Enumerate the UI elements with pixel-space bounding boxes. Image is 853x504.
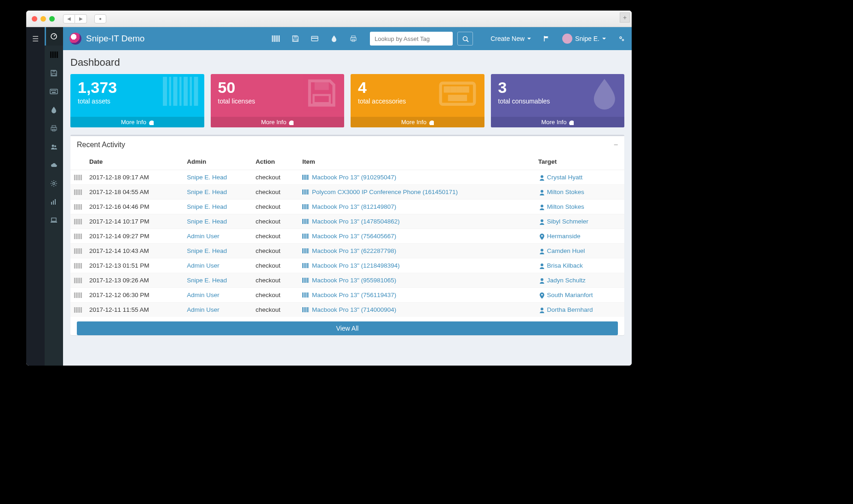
cell-item: Macbook Pro 13" (955981065) xyxy=(299,273,535,288)
new-tab-button[interactable]: + xyxy=(620,12,630,23)
user-icon xyxy=(538,189,544,195)
target-link[interactable]: Brisa Kilback xyxy=(547,262,583,269)
admin-link[interactable]: Snipe E. Head xyxy=(187,247,227,254)
target-link[interactable]: Camden Huel xyxy=(547,247,585,254)
floppy-icon xyxy=(305,77,340,111)
sidebar-item-people[interactable] xyxy=(45,137,63,156)
cell-item: Macbook Pro 13" (812149807) xyxy=(299,200,535,214)
topbar-alerts-icon[interactable] xyxy=(543,35,550,42)
barcode-icon xyxy=(302,307,309,312)
table-row: 2017-12-11 11:55 AMAdmin UsercheckoutMac… xyxy=(70,303,624,317)
row-type-icon xyxy=(70,273,86,288)
admin-link[interactable]: Snipe E. Head xyxy=(187,277,227,284)
stat-box-assets[interactable]: 1,373 total assets More Info xyxy=(70,74,204,127)
item-link[interactable]: Macbook Pro 13" (622287798) xyxy=(312,247,396,254)
cell-target: Jadyn Schultz xyxy=(535,273,624,288)
sidebar-item-dashboard[interactable] xyxy=(45,27,63,46)
sidebar-item-assets[interactable] xyxy=(45,46,63,64)
item-link[interactable]: Macbook Pro 13" (812149807) xyxy=(312,203,396,210)
minimize-window-button[interactable] xyxy=(40,16,46,22)
topbar-components-icon[interactable] xyxy=(350,35,357,42)
target-link[interactable]: Jadyn Schultz xyxy=(547,277,586,284)
location-icon xyxy=(538,233,544,240)
target-link[interactable]: Crystal Hyatt xyxy=(547,174,582,181)
topbar-licenses-icon[interactable] xyxy=(292,35,299,42)
sidebar-item-requestable[interactable] xyxy=(45,211,63,229)
browser-back-button[interactable]: ◀ xyxy=(63,14,75,23)
topbar-assets-icon[interactable] xyxy=(272,35,280,42)
topbar-accessories-icon[interactable] xyxy=(311,35,318,42)
target-link[interactable]: Sibyl Schmeler xyxy=(547,218,588,225)
stat-consumables-more-link[interactable]: More Info xyxy=(491,117,625,127)
content-area: Dashboard 1,373 total assets More Info 5… xyxy=(63,50,632,366)
sidebar-item-settings[interactable] xyxy=(45,174,63,193)
topbar-admin-settings-icon[interactable] xyxy=(618,35,625,42)
user-icon xyxy=(538,174,544,181)
stat-box-licenses[interactable]: 50 total licenses More Info xyxy=(211,74,345,127)
cell-admin: Admin User xyxy=(183,288,252,303)
cell-target: Brisa Kilback xyxy=(535,258,624,273)
hamburger-menu-button[interactable]: ☰ xyxy=(26,27,45,50)
user-menu-dropdown[interactable]: Snipe E. xyxy=(562,34,606,44)
item-link[interactable]: Macbook Pro 13" (1478504862) xyxy=(312,218,400,225)
sidebar-item-reports[interactable] xyxy=(45,193,63,211)
barcode-icon xyxy=(302,248,309,253)
table-row: 2017-12-13 01:51 PMAdmin UsercheckoutMac… xyxy=(70,258,624,273)
target-link[interactable]: Milton Stokes xyxy=(547,203,584,210)
admin-link[interactable]: Admin User xyxy=(187,262,219,269)
browser-extension-button[interactable]: ● xyxy=(94,14,106,23)
admin-link[interactable]: Admin User xyxy=(187,306,219,313)
table-row: 2017-12-14 09:27 PMAdmin UsercheckoutMac… xyxy=(70,229,624,244)
sidebar-item-licenses[interactable] xyxy=(45,64,63,82)
admin-link[interactable]: Admin User xyxy=(187,233,219,240)
asset-tag-search-input[interactable] xyxy=(370,32,453,46)
stat-box-accessories[interactable]: 4 total accessories More Info xyxy=(351,74,484,127)
cell-date: 2017-12-14 10:43 AM xyxy=(86,244,183,258)
admin-link[interactable]: Snipe E. Head xyxy=(187,203,227,210)
view-all-button[interactable]: View All xyxy=(77,321,618,335)
search-button[interactable] xyxy=(457,32,473,46)
stat-accessories-more-link[interactable]: More Info xyxy=(351,117,484,127)
admin-link[interactable]: Admin User xyxy=(187,292,219,298)
topbar-quick-icons xyxy=(272,35,357,42)
recent-activity-panel: Recent Activity − Date Admin Action Item xyxy=(70,135,624,335)
location-icon xyxy=(538,292,544,298)
brand[interactable]: Snipe-IT Demo xyxy=(69,33,144,45)
caret-down-icon xyxy=(527,38,531,40)
cell-item: Polycom CX3000 IP Conference Phone (1614… xyxy=(299,185,535,200)
target-link[interactable]: Dortha Bernhard xyxy=(547,306,593,313)
item-link[interactable]: Macbook Pro 13" (955981065) xyxy=(312,277,396,284)
sidebar-item-consumables[interactable] xyxy=(45,101,63,119)
browser-forward-button[interactable]: ▶ xyxy=(75,14,87,23)
item-link[interactable]: Macbook Pro 13" (756405667) xyxy=(312,233,396,240)
maximize-window-button[interactable] xyxy=(49,16,55,22)
sidebar-item-import[interactable] xyxy=(45,156,63,174)
create-new-dropdown[interactable]: Create New xyxy=(490,35,531,42)
admin-link[interactable]: Snipe E. Head xyxy=(187,189,227,195)
sidebar-item-accessories[interactable] xyxy=(45,82,63,101)
row-type-icon xyxy=(70,303,86,317)
barcode-icon xyxy=(302,234,309,239)
admin-link[interactable]: Snipe E. Head xyxy=(187,174,227,181)
stat-licenses-more-link[interactable]: More Info xyxy=(211,117,345,127)
target-link[interactable]: Milton Stokes xyxy=(547,189,584,195)
sidebar-item-components[interactable] xyxy=(45,119,63,137)
cell-admin: Snipe E. Head xyxy=(183,170,252,185)
item-link[interactable]: Macbook Pro 13" (714000904) xyxy=(312,306,396,313)
admin-link[interactable]: Snipe E. Head xyxy=(187,218,227,225)
target-link[interactable]: South Marianfort xyxy=(547,292,593,298)
item-link[interactable]: Macbook Pro 13" (910295047) xyxy=(312,174,396,181)
table-row: 2017-12-14 10:43 AMSnipe E. Headcheckout… xyxy=(70,244,624,258)
stat-box-consumables[interactable]: 3 total consumables More Info xyxy=(491,74,625,127)
close-window-button[interactable] xyxy=(32,16,37,22)
topbar-consumables-icon[interactable] xyxy=(330,35,338,42)
panel-collapse-button[interactable]: − xyxy=(614,141,618,149)
user-icon xyxy=(538,218,544,225)
col-date: Date xyxy=(86,154,183,170)
item-link[interactable]: Macbook Pro 13" (1218498394) xyxy=(312,262,400,269)
stat-assets-more-link[interactable]: More Info xyxy=(70,117,204,127)
item-link[interactable]: Macbook Pro 13" (756119437) xyxy=(312,292,396,298)
target-link[interactable]: Hermanside xyxy=(547,233,581,240)
item-link[interactable]: Polycom CX3000 IP Conference Phone (1614… xyxy=(312,189,458,195)
cell-target: Crystal Hyatt xyxy=(535,170,624,185)
